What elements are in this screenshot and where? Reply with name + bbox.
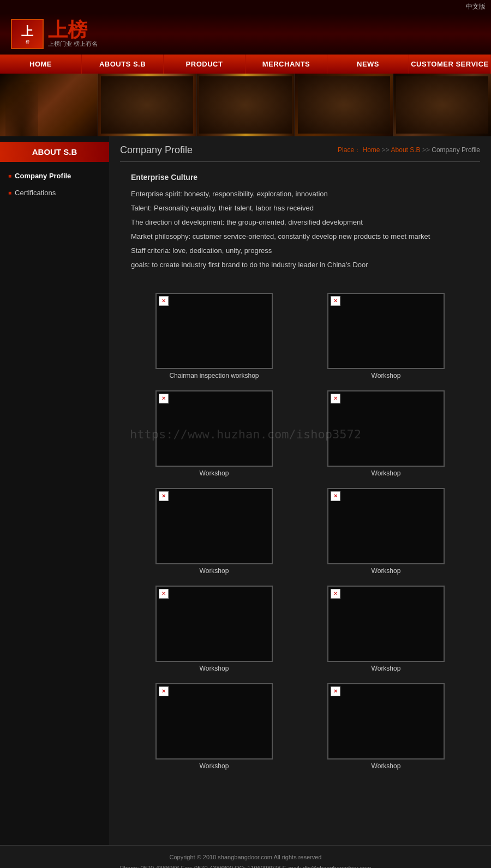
culture-line-5: goals: to create industry first brand to…: [131, 259, 475, 271]
image-cell-0: ✕ Chairman inspection workshop: [128, 287, 300, 385]
sidebar-title: ABOUT S.B: [0, 142, 109, 162]
image-box-6: ✕: [155, 586, 273, 662]
image-cell-3: ✕ Workshop: [300, 385, 472, 483]
image-box-8: ✕: [155, 683, 273, 760]
image-box-9: ✕: [327, 683, 445, 760]
culture-title: Enterprise Culture: [131, 173, 475, 182]
sidebar-label-company-profile: Company Profile: [15, 172, 71, 180]
hero-banner: [0, 74, 491, 136]
broken-image-icon-0: ✕: [159, 296, 169, 306]
sidebar-item-certifications[interactable]: ■ Certifications: [0, 184, 109, 201]
logo-area: 上榜 上榜门业 榜上有名: [48, 20, 98, 48]
main-nav: HOME ABOUTS S.B PRODUCT MERCHANTS NEWS C…: [0, 55, 491, 74]
footer: Copyright © 2010 shangbangdoor.com All r…: [0, 845, 491, 868]
image-box-0: ✕: [155, 293, 273, 369]
image-cell-7: ✕ Workshop: [300, 580, 472, 678]
culture-line-2: The direction of development: the group-…: [131, 216, 475, 228]
image-cell-6: ✕ Workshop: [128, 580, 300, 678]
hero-panel-3: [196, 74, 295, 136]
image-label-1: Workshop: [306, 372, 466, 379]
nav-customer[interactable]: CUSTOMER SERVICE: [409, 55, 491, 74]
image-cell-9: ✕ Workshop: [300, 678, 472, 775]
header: 上 榜 上榜 上榜门业 榜上有名: [0, 14, 491, 55]
bullet-icon: ■: [8, 173, 11, 179]
broken-image-icon-9: ✕: [331, 686, 340, 696]
nav-merchants[interactable]: MERCHANTS: [246, 55, 327, 74]
image-label-7: Workshop: [306, 665, 466, 672]
image-label-3: Workshop: [306, 469, 466, 477]
broken-image-icon-5: ✕: [331, 491, 340, 501]
image-box-1: ✕: [327, 293, 445, 369]
image-box-2: ✕: [155, 390, 273, 467]
nav-product[interactable]: PRODUCT: [164, 55, 246, 74]
image-label-6: Workshop: [134, 665, 295, 672]
broken-image-icon-8: ✕: [159, 686, 169, 696]
image-cell-1: ✕ Workshop: [300, 287, 472, 385]
nav-about[interactable]: ABOUTS S.B: [82, 55, 164, 74]
footer-line2: Phone: 0570-4388966 Fax: 0570-4388800 QQ…: [7, 863, 484, 868]
sidebar-item-company-profile[interactable]: ■ Company Profile: [0, 167, 109, 184]
breadcrumb-place: Place：: [338, 146, 361, 154]
logo-text-sub: 上榜门业 榜上有名: [48, 40, 98, 48]
nav-news[interactable]: NEWS: [327, 55, 409, 74]
footer-line1: Copyright © 2010 shangbangdoor.com All r…: [7, 852, 484, 863]
sidebar: ABOUT S.B ■ Company Profile ■ Certificat…: [0, 136, 109, 845]
culture-line-0: Enterprise spirit: honesty, responsibili…: [131, 188, 475, 200]
top-bar: 中文版: [0, 0, 491, 14]
image-box-3: ✕: [327, 390, 445, 467]
image-box-7: ✕: [327, 586, 445, 662]
breadcrumb: Place： Home >> About S.B >> Company Prof…: [338, 146, 480, 155]
broken-image-icon-4: ✕: [159, 491, 169, 501]
content-area: Company Profile Place： Home >> About S.B…: [109, 136, 491, 845]
broken-image-icon-6: ✕: [159, 589, 169, 599]
culture-line-3: Market philosophy: customer service-orie…: [131, 231, 475, 243]
hero-panel-5: [393, 74, 491, 136]
broken-image-icon-1: ✕: [331, 296, 340, 306]
culture-line-1: Talent: Personality equality, their tale…: [131, 202, 475, 214]
broken-image-icon-2: ✕: [159, 394, 169, 403]
image-grid: ✕ Chairman inspection workshop ✕ Worksho…: [120, 282, 480, 781]
image-box-4: ✕: [155, 488, 273, 564]
culture-line-4: Staff criteria: love, dedication, unity,…: [131, 245, 475, 257]
hero-panel-4: [295, 74, 393, 136]
sep2: >>: [422, 146, 432, 154]
image-cell-2: ✕ Workshop: [128, 385, 300, 483]
page-title: Company Profile: [120, 144, 193, 156]
image-cell-8: ✕ Workshop: [128, 678, 300, 775]
image-label-2: Workshop: [134, 469, 295, 477]
sidebar-label-certifications: Certifications: [15, 189, 56, 197]
image-label-4: Workshop: [134, 567, 295, 575]
nav-home[interactable]: HOME: [0, 55, 82, 74]
image-box-5: ✕: [327, 488, 445, 564]
culture-section: Enterprise Culture Enterprise spirit: ho…: [120, 170, 480, 282]
image-label-5: Workshop: [306, 567, 466, 575]
broken-image-icon-7: ✕: [331, 589, 340, 599]
broken-image-icon-3: ✕: [331, 394, 340, 403]
hero-panel-2: [98, 74, 196, 136]
logo-text-big: 上榜: [48, 20, 98, 40]
image-label-8: Workshop: [134, 762, 295, 770]
main-layout: ABOUT S.B ■ Company Profile ■ Certificat…: [0, 136, 491, 845]
breadcrumb-home[interactable]: Home: [362, 146, 380, 154]
hero-panel-1: [0, 74, 98, 136]
image-label-9: Workshop: [306, 762, 466, 770]
image-cell-5: ✕ Workshop: [300, 483, 472, 580]
breadcrumb-current: Company Profile: [432, 146, 480, 154]
sep1: >>: [382, 146, 391, 154]
breadcrumb-about[interactable]: About S.B: [391, 146, 421, 154]
image-label-0: Chairman inspection workshop: [134, 372, 295, 379]
image-cell-4: ✕ Workshop: [128, 483, 300, 580]
logo-icon: 上 榜: [11, 19, 44, 49]
lang-switch[interactable]: 中文版: [466, 3, 486, 10]
breadcrumb-row: Company Profile Place： Home >> About S.B…: [120, 144, 480, 162]
bullet-icon-2: ■: [8, 190, 11, 196]
